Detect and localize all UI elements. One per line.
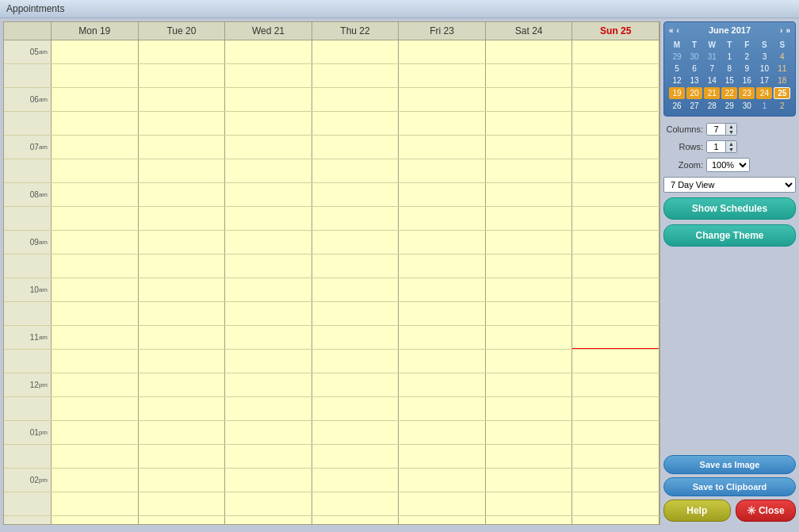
day-cell[interactable] bbox=[486, 302, 573, 325]
day-cell[interactable] bbox=[139, 469, 226, 492]
day-cell[interactable] bbox=[139, 112, 226, 135]
day-cell[interactable] bbox=[486, 64, 573, 87]
columns-up-btn[interactable]: ▲ bbox=[726, 124, 736, 129]
day-cell[interactable] bbox=[225, 64, 312, 87]
day-cell[interactable] bbox=[572, 231, 659, 254]
cal-day[interactable]: 14 bbox=[704, 75, 720, 86]
day-cell[interactable] bbox=[486, 397, 573, 420]
day-cell[interactable] bbox=[52, 492, 139, 515]
day-cell[interactable] bbox=[486, 231, 573, 254]
day-cell[interactable] bbox=[399, 112, 486, 135]
nav-last-btn[interactable]: » bbox=[784, 26, 792, 35]
day-cell[interactable] bbox=[572, 516, 659, 524]
day-cell[interactable] bbox=[139, 255, 226, 277]
rows-up-btn[interactable]: ▲ bbox=[726, 141, 736, 147]
day-cell[interactable] bbox=[399, 136, 486, 159]
change-theme-button[interactable]: Change Theme bbox=[663, 224, 796, 247]
cal-day[interactable]: 16 bbox=[739, 75, 755, 86]
cal-day[interactable]: 28 bbox=[704, 101, 720, 111]
day-cell[interactable] bbox=[52, 350, 139, 373]
close-button[interactable]: ✳ Close bbox=[736, 499, 797, 522]
save-clipboard-button[interactable]: Save to Clipboard bbox=[663, 477, 796, 496]
cal-day[interactable]: 24 bbox=[756, 87, 772, 99]
cal-day[interactable]: 27 bbox=[686, 101, 702, 111]
day-cell[interactable] bbox=[225, 326, 312, 349]
day-cell[interactable] bbox=[312, 231, 400, 254]
day-cell[interactable] bbox=[572, 469, 659, 492]
day-cell[interactable] bbox=[139, 64, 226, 87]
cal-day[interactable]: 31 bbox=[704, 52, 720, 62]
day-cell[interactable] bbox=[139, 207, 226, 230]
nav-first-btn[interactable]: « bbox=[667, 26, 675, 35]
cal-day[interactable]: 25 bbox=[774, 87, 790, 99]
day-cell[interactable] bbox=[486, 350, 573, 373]
day-cell[interactable] bbox=[486, 373, 573, 396]
day-cell[interactable] bbox=[399, 278, 486, 301]
day-cell[interactable] bbox=[312, 445, 400, 468]
day-cell[interactable] bbox=[225, 373, 312, 396]
day-cell[interactable] bbox=[572, 159, 659, 182]
day-cell[interactable] bbox=[572, 64, 659, 87]
day-cell[interactable] bbox=[52, 516, 139, 524]
day-cell[interactable] bbox=[486, 255, 573, 277]
day-cell[interactable] bbox=[312, 255, 400, 277]
day-cell[interactable] bbox=[399, 326, 486, 349]
day-cell[interactable] bbox=[312, 278, 400, 301]
view-select[interactable]: 7 Day View Day View Week View Month View bbox=[663, 177, 796, 193]
cal-day[interactable]: 22 bbox=[721, 87, 737, 99]
columns-spinner[interactable]: 7 ▲ ▼ bbox=[706, 123, 737, 136]
day-cell[interactable] bbox=[312, 136, 400, 159]
day-cell[interactable] bbox=[52, 159, 139, 182]
day-cell[interactable] bbox=[312, 397, 400, 420]
cal-day[interactable]: 5 bbox=[669, 63, 685, 74]
columns-down-btn[interactable]: ▼ bbox=[726, 129, 736, 135]
day-cell[interactable] bbox=[52, 373, 139, 396]
day-cell[interactable] bbox=[52, 40, 139, 63]
day-cell[interactable] bbox=[399, 350, 486, 373]
day-cell[interactable] bbox=[399, 373, 486, 396]
day-cell[interactable] bbox=[399, 469, 486, 492]
day-cell[interactable] bbox=[312, 350, 400, 373]
day-cell[interactable] bbox=[486, 278, 573, 301]
day-cell[interactable] bbox=[399, 231, 486, 254]
day-cell[interactable] bbox=[572, 421, 659, 444]
day-cell[interactable] bbox=[225, 516, 312, 524]
day-cell[interactable] bbox=[486, 40, 573, 63]
day-cell[interactable] bbox=[486, 159, 573, 182]
day-cell[interactable] bbox=[399, 421, 486, 444]
day-cell[interactable] bbox=[399, 40, 486, 63]
day-cell[interactable] bbox=[572, 397, 659, 420]
day-cell[interactable] bbox=[486, 136, 573, 159]
day-cell[interactable] bbox=[225, 350, 312, 373]
cal-day[interactable]: 7 bbox=[704, 63, 720, 74]
cal-day[interactable]: 4 bbox=[774, 52, 790, 62]
day-cell[interactable] bbox=[52, 231, 139, 254]
day-cell[interactable] bbox=[312, 159, 400, 182]
day-cell[interactable] bbox=[399, 183, 486, 206]
day-cell[interactable] bbox=[486, 207, 573, 230]
cal-day[interactable]: 15 bbox=[721, 75, 737, 86]
cal-day[interactable]: 13 bbox=[686, 75, 702, 86]
day-cell[interactable] bbox=[139, 373, 226, 396]
day-cell[interactable] bbox=[225, 492, 312, 515]
day-cell[interactable] bbox=[486, 421, 573, 444]
nav-prev-btn[interactable]: ‹ bbox=[675, 26, 681, 35]
save-image-button[interactable]: Save as Image bbox=[663, 455, 796, 474]
show-schedules-button[interactable]: Show Schedules bbox=[663, 197, 796, 220]
day-cell[interactable] bbox=[572, 492, 659, 515]
day-cell[interactable] bbox=[572, 373, 659, 396]
day-cell[interactable] bbox=[225, 207, 312, 230]
day-cell[interactable] bbox=[52, 469, 139, 492]
day-cell[interactable] bbox=[312, 421, 400, 444]
day-cell[interactable] bbox=[572, 255, 659, 277]
day-cell[interactable] bbox=[139, 397, 226, 420]
day-cell[interactable] bbox=[572, 112, 659, 135]
day-cell[interactable] bbox=[52, 397, 139, 420]
day-cell[interactable] bbox=[225, 136, 312, 159]
rows-spinner[interactable]: 1 ▲ ▼ bbox=[706, 140, 737, 153]
day-cell[interactable] bbox=[139, 40, 226, 63]
day-cell[interactable] bbox=[399, 88, 486, 111]
rows-down-btn[interactable]: ▼ bbox=[726, 147, 736, 152]
day-cell[interactable] bbox=[399, 64, 486, 87]
day-cell[interactable] bbox=[225, 302, 312, 325]
